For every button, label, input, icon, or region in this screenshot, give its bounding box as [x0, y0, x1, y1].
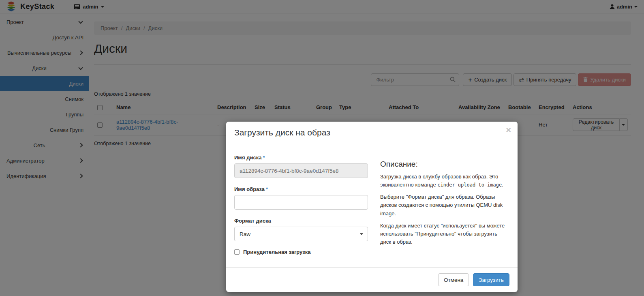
description-paragraph-2: Выберите "Формат диска" для образа. Обра…	[380, 193, 509, 217]
modal-body: Имя диска* Имя образа* Формат диска Raw …	[226, 143, 518, 267]
chevron-down-icon	[360, 233, 363, 235]
image-name-input[interactable]	[234, 195, 368, 210]
required-mark: *	[266, 186, 268, 192]
image-name-label: Имя образа*	[234, 186, 368, 192]
required-mark: *	[263, 154, 265, 161]
disk-format-select[interactable]: Raw	[234, 227, 368, 241]
force-upload-checkbox[interactable]	[234, 249, 240, 255]
modal-title: Загрузить диск на образ	[234, 128, 509, 137]
description-heading: Описание:	[380, 160, 509, 169]
disk-format-value: Raw	[240, 231, 250, 237]
cancel-button[interactable]: Отмена	[438, 273, 469, 286]
description-paragraph-1: Загрузка диска в службу образов как обра…	[380, 173, 509, 189]
modal-description: Описание: Загрузка диска в службу образо…	[380, 149, 509, 255]
description-paragraph-3: Когда диск имеет статус "используется" в…	[380, 222, 509, 246]
disk-name-label: Имя диска*	[234, 154, 368, 161]
force-upload-row: Принудительная загрузка	[234, 249, 368, 255]
modal-header: Загрузить диск на образ ×	[226, 122, 518, 143]
close-icon[interactable]: ×	[506, 126, 511, 135]
force-upload-label: Принудительная загрузка	[243, 249, 310, 255]
upload-button[interactable]: Загрузить	[473, 273, 509, 286]
modal-footer: Отмена Загрузить	[226, 267, 518, 292]
disk-name-input[interactable]	[234, 163, 368, 178]
upload-to-image-modal: Загрузить диск на образ × Имя диска* Имя…	[226, 122, 518, 292]
disk-format-label: Формат диска	[234, 218, 368, 224]
cinder-command: cinder upload-to-image	[437, 182, 502, 188]
modal-form: Имя диска* Имя образа* Формат диска Raw …	[234, 149, 368, 255]
